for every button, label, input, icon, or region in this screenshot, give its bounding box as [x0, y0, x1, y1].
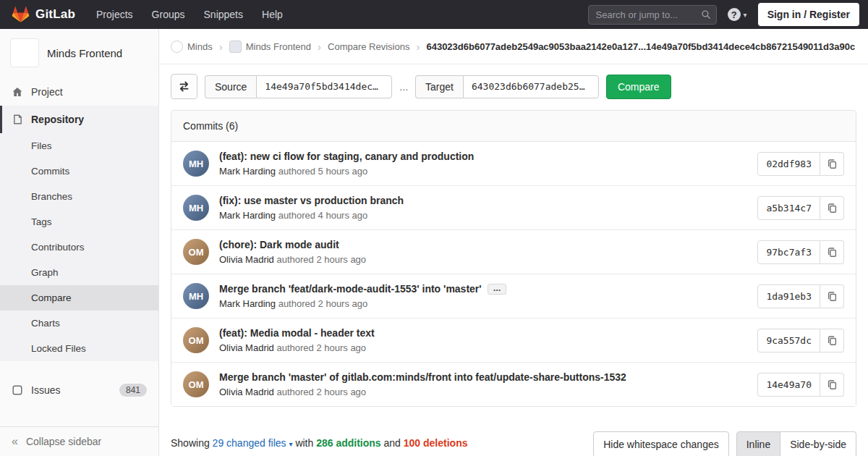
sidebar-item-compare[interactable]: Compare	[0, 285, 158, 311]
commit-title-link[interactable]: (feat): new ci flow for staging, canary …	[219, 151, 474, 162]
chevron-right-icon: ›	[416, 41, 420, 53]
chevron-down-icon: ▾	[744, 11, 747, 19]
breadcrumb-section-label: Compare Revisions	[328, 41, 409, 52]
sign-in-register-button[interactable]: Sign in / Register	[758, 3, 859, 26]
collapse-label: Collapse sidebar	[26, 436, 101, 447]
diff-view-toggle: Inline Side-by-side	[736, 431, 856, 456]
copy-icon	[827, 379, 838, 390]
commit-title-link[interactable]: (feat): Media modal - header text	[219, 327, 375, 339]
commit-title-link[interactable]: Merge branch 'master' of gitlab.com:mind…	[219, 371, 626, 383]
sidebar-item-tags[interactable]: Tags	[0, 209, 158, 235]
breadcrumb: Minds › Minds Frontend › Compare Revisio…	[159, 29, 868, 64]
sidebar-item-issues[interactable]: Issues 841	[0, 376, 158, 405]
collapse-sidebar-button[interactable]: « Collapse sidebar	[0, 426, 158, 456]
commit-authored-time: authored 2 hours ago	[278, 298, 368, 309]
commit-author-link[interactable]: Mark Harding	[219, 210, 276, 221]
avatar[interactable]: MH	[183, 151, 209, 177]
sidebar-item-files[interactable]: Files	[0, 133, 158, 159]
commit-sha[interactable]: 97bc7af3	[757, 240, 820, 264]
nav-link-groups[interactable]: Groups	[152, 9, 185, 20]
source-ref-input[interactable]	[256, 75, 392, 98]
breadcrumb-compare-revisions[interactable]: Compare Revisions	[328, 41, 409, 52]
sidebar-item-repository[interactable]: Repository	[0, 106, 158, 133]
commit-authored-time: authored 2 hours ago	[276, 387, 366, 397]
commit-author-link[interactable]: Olivia Madrid	[219, 254, 274, 265]
avatar[interactable]: OM	[183, 239, 209, 265]
issues-count-badge: 841	[119, 384, 147, 397]
target-ref-input[interactable]	[463, 75, 599, 98]
sidebar-item-commits[interactable]: Commits	[0, 159, 158, 184]
search-input[interactable]	[588, 5, 717, 25]
chevron-right-icon: ›	[219, 41, 223, 53]
commits-panel-header: Commits (6)	[171, 111, 856, 142]
swap-revisions-button[interactable]	[171, 74, 197, 99]
commit-title-link[interactable]: (chore): Dark mode audit	[219, 239, 339, 250]
nav-link-projects[interactable]: Projects	[96, 9, 133, 20]
commit-sha[interactable]: 14e49a70	[757, 373, 820, 397]
sidebar-item-project[interactable]: Project	[0, 78, 158, 106]
double-chevron-left-icon: «	[12, 436, 18, 447]
copy-icon	[827, 247, 838, 258]
breadcrumb-project-label: Minds Frontend	[246, 41, 311, 52]
sidebar-item-locked-files[interactable]: Locked Files	[0, 336, 158, 361]
commit-sha[interactable]: 02ddf983	[757, 152, 820, 176]
project-context-header[interactable]: Minds Frontend	[0, 29, 158, 78]
copy-sha-button[interactable]	[820, 152, 844, 176]
commit-author-link[interactable]: Mark Harding	[219, 298, 276, 309]
commit-title-link[interactable]: (fix): use master vs production branch	[219, 195, 404, 206]
copy-sha-button[interactable]	[820, 196, 844, 220]
commit-authored-time: authored 5 hours ago	[278, 166, 368, 177]
copy-icon	[827, 203, 838, 214]
sidebar-item-graph[interactable]: Graph	[0, 260, 158, 285]
target-ref-group: Target	[415, 75, 599, 98]
avatar[interactable]: OM	[183, 371, 209, 397]
showing-label: Showing	[171, 437, 210, 449]
avatar[interactable]: OM	[183, 327, 209, 353]
home-icon	[12, 86, 23, 98]
commit-sha-group: 02ddf983	[757, 152, 844, 176]
inline-view-button[interactable]: Inline	[736, 431, 780, 456]
commit-sha[interactable]: 1da91eb3	[757, 284, 820, 308]
minds-frontend-avatar	[229, 41, 242, 53]
commit-sha-group: 1da91eb3	[757, 284, 844, 308]
sidebar-item-branches[interactable]: Branches	[0, 184, 158, 209]
copy-sha-button[interactable]	[820, 240, 844, 264]
avatar[interactable]: MH	[183, 283, 209, 309]
commit-title-link[interactable]: Merge branch 'feat/dark-mode-audit-1553'…	[219, 283, 482, 295]
hide-whitespace-button[interactable]: Hide whitespace changes	[593, 431, 729, 456]
commit-sha[interactable]: 9ca557dc	[757, 329, 820, 352]
commit-author-link[interactable]: Olivia Madrid	[219, 387, 274, 397]
sidebar-item-contributors[interactable]: Contributors	[0, 235, 158, 260]
nav-link-help[interactable]: Help	[262, 9, 283, 20]
help-menu[interactable]: ? ▾	[728, 8, 747, 21]
main-content: Minds › Minds Frontend › Compare Revisio…	[159, 29, 868, 456]
commit-sha[interactable]: a5b314c7	[757, 196, 820, 220]
copy-sha-button[interactable]	[820, 329, 844, 352]
commit-sha-group: 9ca557dc	[757, 329, 844, 352]
minds-group-avatar	[171, 41, 183, 53]
breadcrumb-minds[interactable]: Minds	[171, 41, 213, 53]
commit-meta: Mark Harding authored 4 hours ago	[219, 210, 749, 221]
commit-author-link[interactable]: Olivia Madrid	[219, 342, 274, 353]
gitlab-brand[interactable]: GitLab	[12, 6, 75, 23]
commit-author-link[interactable]: Mark Harding	[219, 166, 276, 177]
search-icon	[701, 9, 711, 20]
commit-description-expander[interactable]: ...	[488, 284, 507, 295]
breadcrumb-project[interactable]: Minds Frontend	[229, 41, 311, 53]
document-icon	[12, 114, 23, 125]
commit-authored-time: authored 4 hours ago	[278, 210, 368, 221]
avatar[interactable]: MH	[183, 195, 209, 221]
copy-sha-button[interactable]	[820, 284, 844, 308]
nav-link-snippets[interactable]: Snippets	[204, 9, 243, 20]
copy-sha-button[interactable]	[820, 373, 844, 397]
side-by-side-view-button[interactable]: Side-by-side	[780, 431, 856, 456]
target-label: Target	[415, 75, 463, 98]
commit-row: MH (fix): use master vs production branc…	[171, 185, 856, 229]
commit-row: OM (feat): Media modal - header text Oli…	[171, 318, 856, 362]
compare-revisions-form: Source ... Target Compare	[159, 64, 868, 110]
commit-meta: Mark Harding authored 5 hours ago	[219, 166, 749, 177]
changed-files-dropdown[interactable]: 29 changed files ▾	[213, 437, 293, 449]
sidebar-item-charts[interactable]: Charts	[0, 311, 158, 336]
commit-sha-group: 14e49a70	[757, 373, 844, 397]
compare-button[interactable]: Compare	[606, 75, 671, 99]
